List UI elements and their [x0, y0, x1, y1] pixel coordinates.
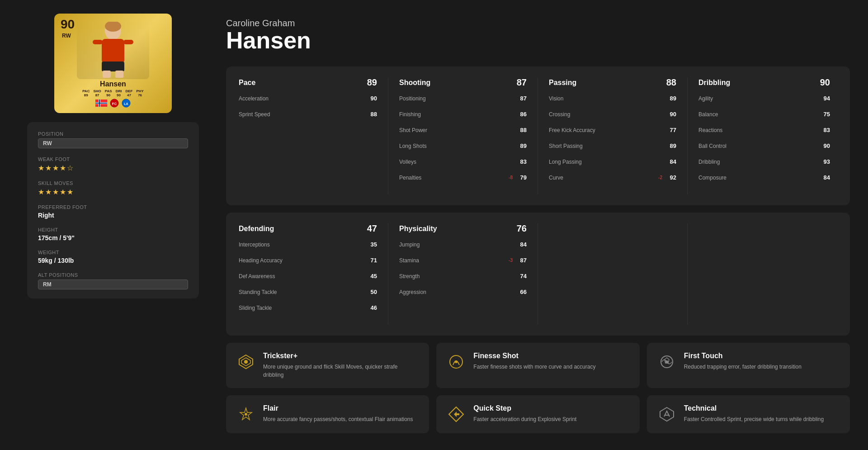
stat-category-empty [538, 223, 688, 325]
stat-name: Shot Power [399, 127, 514, 133]
stat-row-wrapper: Free Kick Accuracy 77 [549, 127, 676, 136]
stat-value: 86 [514, 111, 527, 118]
stat-value: 45 [364, 273, 377, 279]
stat-row: Interceptions 35 [239, 241, 377, 251]
category-value: 47 [367, 223, 377, 234]
player-info-panel: Position RW Weak Foot ★★★★☆ Skill Moves … [27, 122, 199, 298]
skill-content: Flair More accurate fancy passes/shots, … [263, 404, 419, 423]
stat-value: 88 [364, 111, 377, 118]
finesse-icon [446, 352, 466, 372]
svg-rect-3 [93, 40, 103, 44]
stat-value: 83 [514, 158, 527, 165]
stats-container-secondary: Defending 47 Interceptions 35 Heading Ac… [226, 213, 850, 336]
skill-name: Flair [263, 404, 419, 412]
flair-icon [236, 404, 256, 424]
stat-name: Reactions [698, 127, 817, 133]
stat-category-empty [688, 223, 837, 325]
stat-row: Agility 94 [698, 95, 830, 104]
skill-card-quick-step: Quick Step Faster acceleration during Ex… [436, 395, 639, 433]
skill-content: Finesse Shot Faster finesse shots with m… [473, 352, 629, 371]
stat-row: Dribbling 93 [698, 158, 830, 168]
mini-stat-sho: SHO87 [93, 89, 101, 97]
stat-row: Balance 75 [698, 111, 830, 120]
stat-row-wrapper: Long Passing 84 [549, 158, 676, 168]
stat-category-pace: Pace 89 Acceleration 90 Sprint Speed 88 [239, 77, 388, 194]
stat-row: Curve -2 92 [549, 174, 676, 184]
stat-row-wrapper: Penalties -8 79 [399, 174, 527, 184]
stat-name: Jumping [399, 242, 514, 248]
stat-value: 74 [514, 273, 527, 279]
height-label: Height [38, 227, 188, 232]
svg-rect-6 [103, 71, 111, 78]
stat-category-dribbling: Dribbling 90 Agility 94 Balance 75 Re [688, 77, 837, 194]
stat-name: Balance [698, 111, 817, 118]
preferred-foot-label: Preferred Foot [38, 204, 188, 210]
stat-row: Acceleration 90 [239, 95, 377, 104]
stat-value: 93 [817, 158, 830, 165]
weak-foot-label: Weak Foot [38, 156, 188, 162]
right-panel: Caroline Graham Hansen Pace 89 Accelerat… [226, 14, 850, 433]
stat-value: 90 [664, 111, 676, 118]
skill-name: First Touch [684, 352, 840, 360]
stat-row: Long Passing 84 [549, 158, 676, 168]
mini-stat-pac: PAC89 [82, 89, 90, 97]
category-name: Defending [239, 225, 274, 233]
category-value: 89 [367, 77, 377, 88]
main-container: 90 RW [0, 0, 868, 447]
stat-value: 88 [514, 127, 527, 133]
stat-row-wrapper: Curve -2 92 [549, 174, 676, 184]
card-flags: FC LA [95, 99, 131, 108]
stat-row-wrapper: Sprint Speed 88 [239, 111, 377, 120]
stat-name: Ball Control [698, 143, 817, 149]
svg-point-19 [244, 360, 248, 364]
skill-content: First Touch Reduced trapping error, fast… [684, 352, 840, 371]
skill-name: Trickster+ [263, 352, 419, 360]
skill-card-finesse-shot: Finesse Shot Faster finesse shots with m… [436, 343, 639, 388]
stat-row: Aggression 66 [399, 289, 527, 298]
stat-category-passing: Passing 88 Vision 89 Crossing 90 Free [538, 77, 688, 194]
stat-row-wrapper: Strength 74 [399, 273, 527, 282]
stat-category-physicality: Physicality 76 Jumping 84 Stamina -3 87 [388, 223, 538, 325]
card-rating: 90 [61, 18, 75, 31]
stat-row: Strength 74 [399, 273, 527, 282]
mini-stat-pas: PAS90 [105, 89, 112, 97]
stat-value: 90 [817, 142, 830, 149]
technical-icon [657, 404, 677, 424]
stat-name: Positioning [399, 95, 514, 102]
stat-name: Penalties [399, 175, 509, 181]
stat-row-wrapper: Aggression 66 [399, 289, 527, 298]
weight-label: Weight [38, 250, 188, 255]
skill-name: Finesse Shot [473, 352, 629, 360]
stat-name: Curve [549, 175, 658, 181]
league-badge-icon: LA [122, 99, 131, 108]
stat-value: 84 [664, 158, 676, 165]
stat-row-wrapper: Crossing 90 [549, 111, 676, 120]
category-name: Physicality [399, 225, 437, 233]
stat-name: Crossing [549, 111, 664, 118]
stat-name: Stamina [399, 257, 509, 264]
svg-point-24 [245, 413, 247, 416]
svg-text:FC: FC [112, 102, 117, 106]
stat-category-defending: Defending 47 Interceptions 35 Heading Ac… [239, 223, 388, 325]
player-card: 90 RW [54, 14, 172, 113]
stat-name: Strength [399, 273, 514, 279]
category-value: 87 [517, 77, 527, 88]
svg-text:LA: LA [124, 102, 128, 105]
category-value: 88 [666, 77, 676, 88]
svg-marker-26 [660, 407, 674, 421]
stat-value: 90 [364, 95, 377, 102]
stat-name: Volleys [399, 159, 514, 165]
mini-stat-dri: DRI90 [116, 89, 122, 97]
stat-row-wrapper: Ball Control 90 [698, 142, 830, 152]
svg-rect-5 [102, 62, 124, 71]
stat-row: Long Shots 89 [399, 142, 527, 152]
stat-row-wrapper: Vision 89 [549, 95, 676, 104]
playstyles-row1: Trickster+ More unique ground and flick … [226, 343, 850, 388]
category-name: Shooting [399, 79, 430, 87]
preferred-foot-value: Right [38, 212, 188, 219]
weight-row: Weight 59kg / 130lb [38, 250, 188, 264]
svg-rect-7 [115, 71, 123, 78]
card-player-name: Hansen [100, 80, 126, 88]
skill-content: Technical Faster Controlled Sprint, prec… [684, 404, 840, 423]
stat-value: 89 [664, 142, 676, 149]
